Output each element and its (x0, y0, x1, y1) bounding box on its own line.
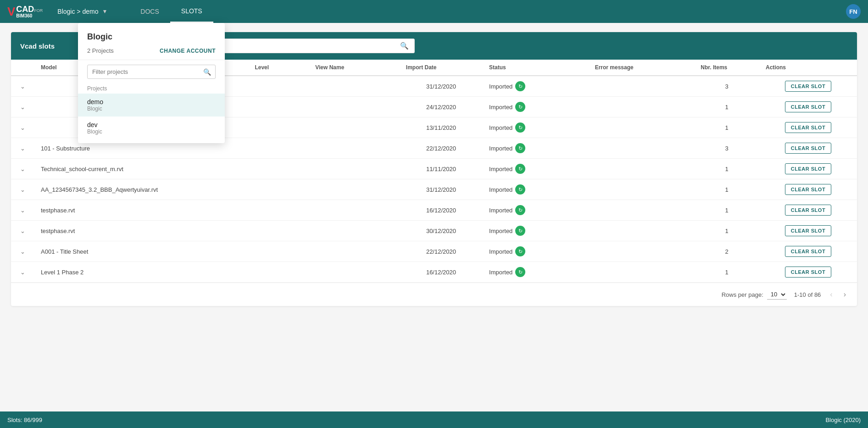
filter-projects-input[interactable] (87, 65, 216, 79)
clear-slot-button[interactable]: CLEAR SLOT (785, 246, 831, 257)
cell-nbr: 1 (694, 97, 759, 117)
tab-docs[interactable]: DOCS (129, 0, 170, 23)
cell-actions: CLEAR SLOT (759, 200, 857, 221)
expand-row-button[interactable]: ⌄ (17, 185, 28, 194)
project-dropdown: Blogic 2 Projects CHANGE ACCOUNT 🔍 Proje… (78, 23, 225, 143)
cell-actions: CLEAR SLOT (759, 117, 857, 138)
status-icon: ↻ (515, 267, 525, 277)
cell-status: Imported ↻ (483, 97, 589, 117)
cell-importdate: 16/12/2020 (400, 200, 483, 221)
status-icon: ↻ (515, 226, 525, 236)
cell-importdate: 24/12/2020 (400, 97, 483, 117)
project-item-demo[interactable]: demo Blogic (78, 94, 225, 117)
clear-slot-button[interactable]: CLEAR SLOT (785, 184, 831, 195)
cell-model: testphase.rvt (34, 221, 248, 241)
cell-errormsg (589, 179, 695, 200)
cell-level (248, 221, 309, 241)
clear-slot-button[interactable]: CLEAR SLOT (785, 143, 831, 154)
cell-actions: CLEAR SLOT (759, 179, 857, 200)
clear-slot-button[interactable]: CLEAR SLOT (785, 101, 831, 112)
status-text: Imported (489, 186, 512, 193)
clear-slot-button[interactable]: CLEAR SLOT (785, 205, 831, 216)
status-icon: ↻ (515, 122, 525, 133)
status-text: Imported (489, 228, 512, 234)
cell-viewname (309, 262, 400, 283)
cell-level (248, 117, 309, 138)
logo-for: FOR (34, 9, 43, 13)
status-icon: ↻ (515, 205, 525, 215)
table-row: ⌄ A001 - Title Sheet 22/12/2020 Imported… (11, 241, 857, 262)
cell-model: AA_1234567345_3.2_BBB_Aqwertyuivar.rvt (34, 179, 248, 200)
project-demo-org: Blogic (87, 106, 216, 112)
project-demo-name: demo (87, 98, 216, 106)
prev-page-button[interactable]: ‹ (828, 289, 834, 300)
project-selector[interactable]: Blogic > demo ▼ (54, 6, 111, 17)
logo-text: CAD FOR BIM360 (16, 5, 43, 18)
expand-row-button[interactable]: ⌄ (17, 123, 28, 132)
cell-actions: CLEAR SLOT (759, 159, 857, 179)
cell-viewname (309, 159, 400, 179)
cell-nbr: 1 (694, 159, 759, 179)
cell-importdate: 11/11/2020 (400, 159, 483, 179)
cell-status: Imported ↻ (483, 138, 589, 159)
status-text: Imported (489, 145, 512, 152)
cell-status: Imported ↻ (483, 200, 589, 221)
rows-per-page-label: Rows per page: (722, 291, 763, 298)
col-header-nbr: Nbr. Items (694, 60, 759, 76)
cell-status: Imported ↻ (483, 241, 589, 262)
cell-importdate: 13/11/2020 (400, 117, 483, 138)
col-header-expand (11, 60, 34, 76)
logo-bim360: BIM360 (16, 13, 43, 18)
search-icon: 🔍 (203, 68, 211, 76)
expand-row-button[interactable]: ⌄ (17, 82, 28, 91)
expand-row-button[interactable]: ⌄ (17, 247, 28, 256)
project-dev-org: Blogic (87, 128, 216, 135)
cell-model: Technical_school-current_m.rvt (34, 159, 248, 179)
cell-importdate: 22/12/2020 (400, 241, 483, 262)
clear-slot-button[interactable]: CLEAR SLOT (785, 267, 831, 278)
user-avatar[interactable]: FN (846, 4, 861, 19)
cell-model: testphase.rvt (34, 200, 248, 221)
rows-per-page-select[interactable]: 10 25 50 (767, 289, 787, 300)
clear-slot-button[interactable]: CLEAR SLOT (785, 81, 831, 92)
cell-level (248, 262, 309, 283)
cell-importdate: 31/12/2020 (400, 76, 483, 97)
cell-errormsg (589, 159, 695, 179)
cell-errormsg (589, 221, 695, 241)
clear-slot-button[interactable]: CLEAR SLOT (785, 225, 831, 236)
cell-nbr: 1 (694, 179, 759, 200)
expand-row-button[interactable]: ⌄ (17, 206, 28, 215)
rows-per-page: Rows per page: 10 25 50 (722, 289, 787, 300)
cell-errormsg (589, 241, 695, 262)
cell-importdate: 31/12/2020 (400, 179, 483, 200)
next-page-button[interactable]: › (842, 289, 848, 300)
expand-row-button[interactable]: ⌄ (17, 268, 28, 277)
clear-slot-button[interactable]: CLEAR SLOT (785, 163, 831, 174)
expand-row-button[interactable]: ⌄ (17, 227, 28, 235)
cell-status: Imported ↻ (483, 221, 589, 241)
tab-slots[interactable]: SLOTS (170, 0, 213, 23)
clear-slot-button[interactable]: CLEAR SLOT (785, 122, 831, 133)
cell-viewname (309, 221, 400, 241)
cell-viewname (309, 179, 400, 200)
cell-errormsg (589, 117, 695, 138)
project-item-dev[interactable]: dev Blogic (78, 117, 225, 139)
expand-row-button[interactable]: ⌄ (17, 165, 28, 173)
change-account-button[interactable]: CHANGE ACCOUNT (160, 48, 216, 54)
cell-errormsg (589, 262, 695, 283)
status-text: Imported (489, 104, 512, 111)
cell-actions: CLEAR SLOT (759, 241, 857, 262)
cell-level (248, 241, 309, 262)
cell-nbr: 1 (694, 221, 759, 241)
project-dev-name: dev (87, 121, 216, 128)
cell-nbr: 3 (694, 76, 759, 97)
status-icon: ↻ (515, 81, 525, 91)
expand-row-button[interactable]: ⌄ (17, 103, 28, 111)
dropdown-meta: 2 Projects CHANGE ACCOUNT (78, 45, 225, 60)
cell-status: Imported ↻ (483, 179, 589, 200)
status-text: Imported (489, 124, 512, 131)
cell-errormsg (589, 138, 695, 159)
expand-row-button[interactable]: ⌄ (17, 144, 28, 153)
cell-level (248, 200, 309, 221)
cell-viewname (309, 97, 400, 117)
